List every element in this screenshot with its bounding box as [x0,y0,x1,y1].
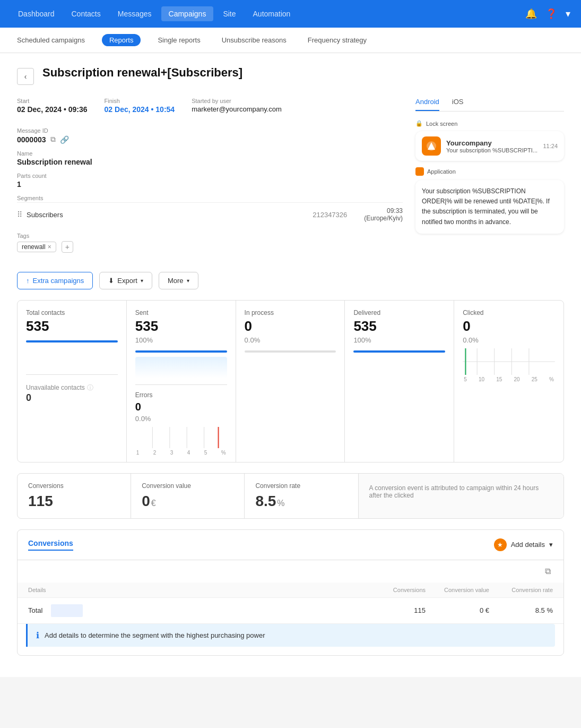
tab-ios[interactable]: iOS [452,98,464,111]
conversions-stat: Conversions 115 [18,474,131,518]
started-by-label: Started by user [192,98,282,104]
clicked-chart-axis: 5 10 15 20 25 % [463,376,555,382]
total-contacts-bar [26,340,118,342]
subnav-reports[interactable]: Reports [102,34,141,46]
dates-row: Start 02 Dec, 2024 • 09:36 Finish 02 Dec… [17,98,403,120]
conversion-value-label: Conversion value [142,482,233,490]
start-value: 02 Dec, 2024 • 09:36 [17,105,88,114]
unavail-label: Unavailable contacts ⓘ [26,383,118,392]
conversion-rate-value: 8.5% [255,493,347,510]
segments-label: Segments [17,195,403,201]
subnav-unsubscribe[interactable]: Unsubscribe reasons [218,34,291,46]
message-id-label: Message ID [17,127,403,134]
segment-row: ⠿ Subscribers 212347326 09:33 (Europe/Ky… [17,202,403,226]
app-notification: Your subscription %SUBSCRIPTION ORDER|% … [415,180,564,234]
table-row: Total 115 0 € 8.5 % [18,598,563,624]
nav-item-campaigns[interactable]: Campaigns [161,6,214,21]
tag-value: renewall [22,243,46,251]
segment-id: 212347326 [313,211,347,219]
info-banner-text: Add details to determine the segment wit… [45,631,265,639]
col-header-details: Details [28,587,362,593]
info-icon-unavail: ⓘ [87,383,93,392]
error-chart-axis: 12345% [135,450,227,456]
clicked-label: Clicked [463,309,555,316]
divider [26,374,118,375]
conversion-value-stat: Conversion value 0€ [131,474,245,518]
finish-value: 02 Dec, 2024 • 10:54 [105,105,175,114]
conversion-rate-label: Conversion rate [255,482,347,490]
preview-tabs: Android iOS [415,98,564,112]
sent-label: Sent [135,309,227,316]
tag-add-button[interactable]: + [62,241,73,253]
lock-screen-label: 🔒 Lock screen [415,120,564,127]
dropdown-icon[interactable]: ▾ [566,8,570,20]
add-details-button[interactable]: ★ Add details ▾ [494,538,553,551]
started-by: Started by user marketer@yourcompany.com [192,98,282,114]
finish-label: Finish [105,98,175,104]
parts-count-row: Parts count 1 [17,173,403,189]
nav-item-dashboard[interactable]: Dashboard [11,6,62,21]
campaign-info-left: Start 02 Dec, 2024 • 09:36 Finish 02 Dec… [17,98,403,259]
app-icon-small [415,167,424,176]
segment-icon: ⠿ [17,210,22,219]
start-label: Start [17,98,88,104]
nav-item-site[interactable]: Site [215,6,243,21]
nav-item-contacts[interactable]: Contacts [64,6,108,21]
in-process-value: 0 [245,319,336,334]
subnav-frequency[interactable]: Frequency strategy [303,34,371,46]
row-details-cell: Total [28,604,362,617]
bottom-stats-row: Conversions 115 Conversion value 0€ Conv… [17,473,564,519]
help-icon[interactable]: ❓ [545,8,557,20]
message-id-row: Message ID 0000003 ⧉ 🔗 [17,127,403,144]
notif-title: Yourcompany [446,139,537,147]
info-banner-icon: ℹ [36,630,39,640]
lock-icon: 🔒 [415,120,423,127]
subnav-scheduled[interactable]: Scheduled campaigns [13,34,89,46]
export-button[interactable]: ⬇ Export ▾ [99,272,152,289]
tag-item: renewall × [17,242,56,252]
conversions-stat-label: Conversions [28,482,120,490]
nav-item-messages[interactable]: Messages [110,6,159,21]
segments-section: Segments ⠿ Subscribers 212347326 09:33 (… [17,195,403,226]
errors-chart: 12345% [135,427,227,453]
add-details-chevron: ▾ [549,541,553,549]
main-content: ‹ Subscription renewal+[Subscribers] Sta… [0,53,581,677]
extra-campaigns-button[interactable]: ↑ Extra campaigns [17,272,93,289]
tab-android[interactable]: Android [415,98,439,111]
conversions-tab[interactable]: Conversions [28,539,73,551]
parts-count-label: Parts count [17,173,403,179]
copy-icon[interactable]: ⧉ [50,135,56,144]
table-copy-icon[interactable]: ⧉ [541,562,555,580]
table-header: Details Conversions Conversion value Con… [18,583,563,598]
parts-count-value: 1 [17,180,403,189]
tags-section: Tags renewall × + [17,233,403,253]
app-label: Application [415,167,564,176]
more-button[interactable]: More ▾ [159,272,198,289]
conversion-value-value: 0€ [142,493,233,510]
bell-icon[interactable]: 🔔 [525,8,537,20]
col-header-conv-rate: Conversion rate [489,587,553,593]
name-value: Subscription renewal [17,158,403,166]
total-contacts-value: 535 [26,319,118,334]
message-id-value: 0000003 [17,135,46,144]
errors-pct: 0.0% [135,415,227,423]
nav-item-automation[interactable]: Automation [246,6,298,21]
col-header-conv-value: Conversion value [426,587,489,593]
delivered-pct: 100% [353,336,445,344]
link-icon[interactable]: 🔗 [60,135,69,144]
tag-remove-button[interactable]: × [48,243,51,251]
back-button[interactable]: ‹ [17,68,34,85]
notif-app-icon [422,136,441,156]
subnav-single-reports[interactable]: Single reports [153,34,204,46]
conversions-section: Conversions ★ Add details ▾ ⧉ Details Co… [17,529,564,656]
clicked-chart: 5 10 15 20 25 % [463,348,555,382]
sent-bar [135,350,227,353]
sent-bar-fill [135,350,227,353]
conversions-stat-value: 115 [28,493,120,510]
finish-date: Finish 02 Dec, 2024 • 10:54 [105,98,175,114]
row-conv-rate-cell: 8.5 % [489,606,553,614]
divider2 [135,384,227,385]
total-contacts-card: Total contacts 535 Unavailable contacts … [18,301,127,462]
clicked-value: 0 [463,319,555,334]
in-process-pct: 0.0% [245,336,336,344]
